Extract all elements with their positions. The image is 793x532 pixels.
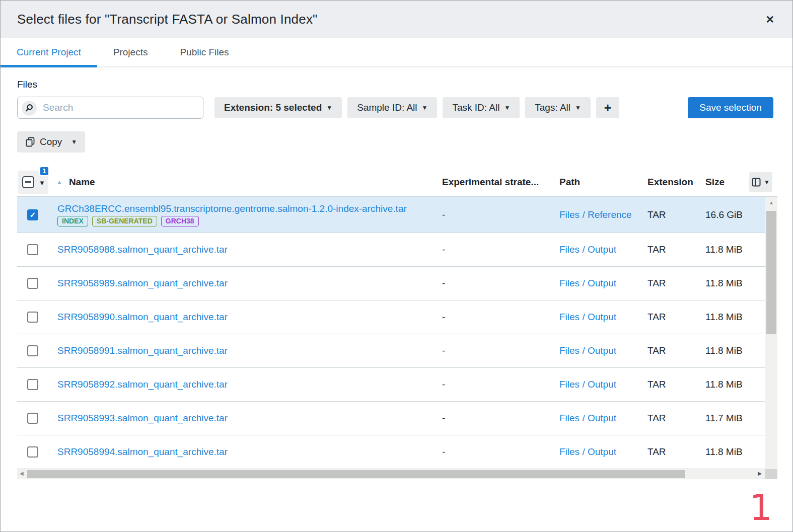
chevron-down-icon: ▼ <box>326 105 332 111</box>
file-name-link[interactable]: SRR9058994.salmon_quant_archive.tar <box>57 446 228 458</box>
cell-experimental-strategy: - <box>442 209 559 220</box>
row-checkbox[interactable] <box>27 379 38 390</box>
table-row[interactable]: ✓ GRCh38ERCC.ensembl95.transcriptome.gen… <box>17 197 765 233</box>
header-extension[interactable]: Extension <box>647 177 705 188</box>
search-icon <box>22 101 37 116</box>
tab-current-project[interactable]: Current Project <box>1 38 97 66</box>
cell-experimental-strategy: - <box>442 278 559 289</box>
file-tag: SB-GENERATED <box>92 216 157 226</box>
file-name-link[interactable]: SRR9058990.salmon_quant_archive.tar <box>57 312 228 323</box>
scroll-up-icon[interactable]: ▲ <box>765 200 777 205</box>
table-row[interactable]: SRR9058994.salmon_quant_archive.tar - Fi… <box>17 435 765 469</box>
horizontal-scrollbar[interactable]: ◀ ▶ <box>17 469 765 479</box>
cell-extension: TAR <box>647 278 705 289</box>
select-all-checkbox[interactable] <box>22 176 34 188</box>
cell-experimental-strategy: - <box>442 446 559 458</box>
path-link[interactable]: Files / Output <box>559 379 616 390</box>
cell-extension: TAR <box>647 312 705 323</box>
path-link[interactable]: Files / Output <box>559 278 616 288</box>
files-table: ▼ 1 ▲ Name Experimental strate... Path E… <box>17 168 777 479</box>
cell-experimental-strategy: - <box>442 244 559 255</box>
path-link[interactable]: Files / Output <box>559 413 616 423</box>
path-link[interactable]: Files / Reference <box>559 209 632 220</box>
sort-ascending-icon[interactable]: ▲ <box>56 179 62 186</box>
controls-row: Extension: 5 selected ▼ Sample ID: All ▼… <box>17 97 792 119</box>
search-input[interactable] <box>18 97 203 118</box>
column-settings-button[interactable]: ▼ <box>749 172 772 192</box>
copy-button[interactable]: Copy ▼ <box>17 131 85 153</box>
header-experimental-strategy[interactable]: Experimental strate... <box>442 177 559 188</box>
filter-sample-id-label: Sample ID: All <box>357 102 417 113</box>
row-checkbox[interactable] <box>27 244 38 255</box>
selection-menu-caret-icon[interactable]: ▼ <box>39 179 45 187</box>
filter-task-id[interactable]: Task ID: All ▼ <box>443 97 520 118</box>
filter-tags[interactable]: Tags: All ▼ <box>525 97 591 118</box>
add-filter-button[interactable]: + <box>596 97 619 118</box>
path-link[interactable]: Files / Output <box>559 244 616 255</box>
filter-task-id-label: Task ID: All <box>452 102 499 113</box>
filter-extension-label: Extension: 5 selected <box>224 102 322 113</box>
path-link[interactable]: Files / Output <box>559 312 616 322</box>
cell-size: 11.7 MiB <box>705 413 765 424</box>
table-row[interactable]: SRR9058993.salmon_quant_archive.tar - Fi… <box>17 402 765 435</box>
cell-experimental-strategy: - <box>442 379 559 390</box>
table-row[interactable]: SRR9058990.salmon_quant_archive.tar - Fi… <box>17 300 765 334</box>
tab-bar: Current Project Projects Public Files <box>1 38 792 67</box>
table-row[interactable]: SRR9058991.salmon_quant_archive.tar - Fi… <box>17 334 765 368</box>
chevron-down-icon: ▼ <box>504 105 510 111</box>
chevron-down-icon: ▼ <box>422 105 428 111</box>
file-name-link[interactable]: GRCh38ERCC.ensembl95.transcriptome.gentr… <box>57 203 407 214</box>
file-name-link[interactable]: SRR9058988.salmon_quant_archive.tar <box>57 244 228 255</box>
select-all-group: ▼ 1 <box>18 171 48 194</box>
header-path[interactable]: Path <box>559 177 647 188</box>
filter-extension[interactable]: Extension: 5 selected ▼ <box>214 97 342 118</box>
scroll-right-icon[interactable]: ▶ <box>758 471 762 476</box>
annotation-number: 1 <box>749 489 772 525</box>
scroll-left-icon[interactable]: ◀ <box>20 471 24 476</box>
row-checkbox[interactable] <box>27 278 38 289</box>
close-icon[interactable]: ✕ <box>765 14 774 25</box>
file-name-link[interactable]: SRR9058991.salmon_quant_archive.tar <box>57 345 228 356</box>
cell-extension: TAR <box>647 345 705 356</box>
vertical-scrollbar[interactable]: ▲ ▼ <box>765 197 777 479</box>
row-checkbox[interactable] <box>27 446 38 458</box>
file-name-link[interactable]: SRR9058993.salmon_quant_archive.tar <box>57 413 228 424</box>
tab-projects[interactable]: Projects <box>97 38 164 66</box>
cell-size: 11.8 MiB <box>705 345 765 356</box>
cell-extension: TAR <box>647 379 705 390</box>
cell-size: 11.8 MiB <box>705 278 765 289</box>
vertical-scrollbar-thumb[interactable] <box>766 211 776 334</box>
horizontal-scrollbar-thumb[interactable] <box>27 470 685 478</box>
path-link[interactable]: Files / Output <box>559 345 616 356</box>
table-row[interactable]: SRR9058992.salmon_quant_archive.tar - Fi… <box>17 368 765 402</box>
tab-public-files[interactable]: Public Files <box>164 38 245 66</box>
dialog-titlebar: Select files for "Transcript FASTA or Sa… <box>1 1 792 38</box>
row-checkbox[interactable] <box>27 312 38 323</box>
table-row[interactable]: SRR9058988.salmon_quant_archive.tar - Fi… <box>17 233 765 267</box>
copy-icon <box>25 137 35 147</box>
filter-bar: Extension: 5 selected ▼ Sample ID: All ▼… <box>214 97 619 118</box>
cell-extension: TAR <box>647 244 705 255</box>
select-files-dialog: Select files for "Transcript FASTA or Sa… <box>0 0 793 532</box>
chevron-down-icon: ▼ <box>575 105 581 111</box>
path-link[interactable]: Files / Output <box>559 446 616 457</box>
table-row[interactable]: SRR9058989.salmon_quant_archive.tar - Fi… <box>17 267 765 300</box>
file-name-link[interactable]: SRR9058992.salmon_quant_archive.tar <box>57 379 228 390</box>
files-section-label: Files <box>17 79 792 90</box>
save-selection-button[interactable]: Save selection <box>688 97 773 118</box>
cell-experimental-strategy: - <box>442 312 559 323</box>
filter-sample-id[interactable]: Sample ID: All ▼ <box>347 97 437 118</box>
cell-experimental-strategy: - <box>442 413 559 424</box>
file-name-link[interactable]: SRR9058989.salmon_quant_archive.tar <box>57 278 228 289</box>
copy-button-label: Copy <box>40 136 62 147</box>
row-checkbox[interactable] <box>27 413 38 424</box>
row-checkbox[interactable] <box>27 345 38 356</box>
row-checkbox[interactable]: ✓ <box>27 209 38 220</box>
cell-size: 11.8 MiB <box>705 446 765 458</box>
file-tag: INDEX <box>57 216 88 226</box>
cell-size: 11.8 MiB <box>705 244 765 255</box>
header-name[interactable]: Name <box>69 177 95 188</box>
cell-size: 11.8 MiB <box>705 312 765 323</box>
cell-size: 16.6 GiB <box>705 209 765 220</box>
copy-row: Copy ▼ <box>17 131 792 153</box>
